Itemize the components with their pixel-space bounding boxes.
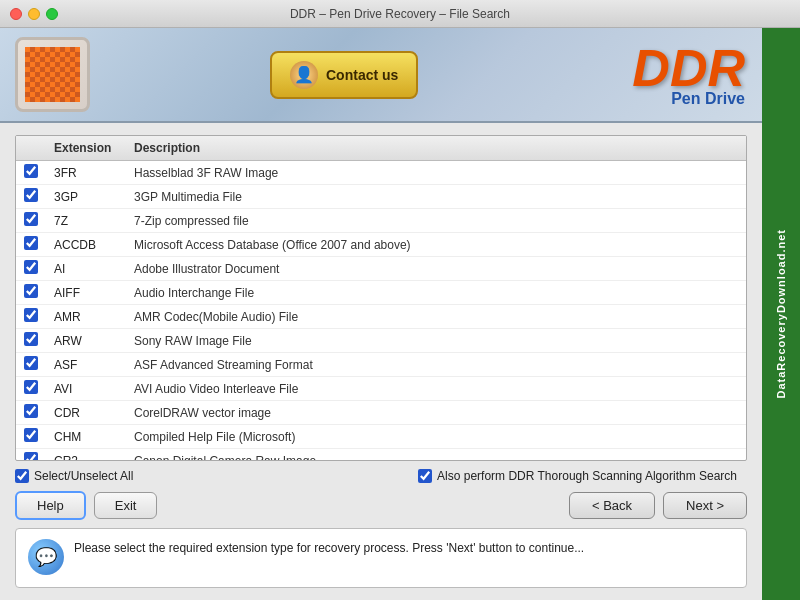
side-banner-text: DataRecoveryDownload.net (775, 229, 787, 398)
extension-cell: 3GP (46, 185, 126, 209)
table-row: ACCDBMicrosoft Access Database (Office 2… (16, 233, 746, 257)
description-cell: AVI Audio Video Interleave File (126, 377, 746, 401)
exit-button[interactable]: Exit (94, 492, 158, 519)
traffic-lights (10, 8, 58, 20)
row-checkbox[interactable] (24, 332, 38, 346)
select-all-checkbox[interactable] (15, 469, 29, 483)
description-cell: 3GP Multimedia File (126, 185, 746, 209)
checkbox-cell (16, 185, 46, 209)
col-description-header: Description (126, 136, 746, 161)
back-button[interactable]: < Back (569, 492, 655, 519)
button-row: Help Exit < Back Next > (15, 491, 747, 520)
description-cell: CorelDRAW vector image (126, 401, 746, 425)
extension-cell: AMR (46, 305, 126, 329)
description-cell: Compiled Help File (Microsoft) (126, 425, 746, 449)
bottom-controls: Select/Unselect All Also perform DDR Tho… (15, 469, 747, 483)
help-button[interactable]: Help (15, 491, 86, 520)
brand-ddr: DDR (632, 42, 745, 94)
description-cell: Adobe Illustrator Document (126, 257, 746, 281)
row-checkbox[interactable] (24, 404, 38, 418)
description-cell: Sony RAW Image File (126, 329, 746, 353)
description-cell: Canon Digital Camera Raw Image (126, 449, 746, 462)
table-row: ARWSony RAW Image File (16, 329, 746, 353)
title-bar: DDR – Pen Drive Recovery – File Search (0, 0, 800, 28)
maximize-button[interactable] (46, 8, 58, 20)
side-banner: DataRecoveryDownload.net (762, 28, 800, 600)
checkbox-cell (16, 449, 46, 462)
file-table: Extension Description 3FRHasselblad 3F R… (16, 136, 746, 461)
info-icon: 💬 (28, 539, 64, 575)
extension-cell: ASF (46, 353, 126, 377)
checkbox-cell (16, 257, 46, 281)
thorough-scan-text: Also perform DDR Thorough Scanning Algor… (437, 469, 737, 483)
extension-cell: CR2 (46, 449, 126, 462)
row-checkbox[interactable] (24, 164, 38, 178)
table-row: ASFASF Advanced Streaming Format (16, 353, 746, 377)
row-checkbox[interactable] (24, 308, 38, 322)
table-row: 3GP3GP Multimedia File (16, 185, 746, 209)
checkbox-cell (16, 425, 46, 449)
table-row: CR2Canon Digital Camera Raw Image (16, 449, 746, 462)
contact-button-label: Contact us (326, 67, 398, 83)
header: 👤 Contact us DDR Pen Drive (0, 28, 800, 123)
extension-cell: CDR (46, 401, 126, 425)
row-checkbox[interactable] (24, 428, 38, 442)
checkbox-cell (16, 353, 46, 377)
minimize-button[interactable] (28, 8, 40, 20)
extension-cell: ACCDB (46, 233, 126, 257)
info-text: Please select the required extension typ… (74, 539, 584, 557)
row-checkbox[interactable] (24, 188, 38, 202)
contact-button[interactable]: 👤 Contact us (270, 51, 418, 99)
checkbox-cell (16, 377, 46, 401)
col-extension-header: Extension (46, 136, 126, 161)
extension-cell: CHM (46, 425, 126, 449)
extension-cell: 7Z (46, 209, 126, 233)
checkbox-cell (16, 329, 46, 353)
checkbox-cell (16, 209, 46, 233)
table-row: 7Z7-Zip compressed file (16, 209, 746, 233)
table-row: CHMCompiled Help File (Microsoft) (16, 425, 746, 449)
description-cell: 7-Zip compressed file (126, 209, 746, 233)
extension-cell: AIFF (46, 281, 126, 305)
row-checkbox[interactable] (24, 284, 38, 298)
table-row: AVIAVI Audio Video Interleave File (16, 377, 746, 401)
extension-cell: AI (46, 257, 126, 281)
description-cell: Hasselblad 3F RAW Image (126, 161, 746, 185)
description-cell: Audio Interchange File (126, 281, 746, 305)
extension-cell: AVI (46, 377, 126, 401)
row-checkbox[interactable] (24, 356, 38, 370)
contact-icon: 👤 (290, 61, 318, 89)
extension-cell: 3FR (46, 161, 126, 185)
description-cell: AMR Codec(Mobile Audio) File (126, 305, 746, 329)
app-logo (15, 37, 90, 112)
file-table-container: Extension Description 3FRHasselblad 3F R… (15, 135, 747, 461)
info-box: 💬 Please select the required extension t… (15, 528, 747, 588)
next-button[interactable]: Next > (663, 492, 747, 519)
table-row: CDRCorelDRAW vector image (16, 401, 746, 425)
description-cell: ASF Advanced Streaming Format (126, 353, 746, 377)
checkbox-cell (16, 401, 46, 425)
table-header-row: Extension Description (16, 136, 746, 161)
table-row: 3FRHasselblad 3F RAW Image (16, 161, 746, 185)
thorough-scan-checkbox[interactable] (418, 469, 432, 483)
brand-area: DDR Pen Drive (632, 42, 745, 108)
main-content: Extension Description 3FRHasselblad 3F R… (0, 123, 762, 600)
row-checkbox[interactable] (24, 380, 38, 394)
row-checkbox[interactable] (24, 212, 38, 226)
thorough-scan-label[interactable]: Also perform DDR Thorough Scanning Algor… (418, 469, 737, 483)
select-all-text: Select/Unselect All (34, 469, 133, 483)
checkbox-cell (16, 281, 46, 305)
table-row: AIFFAudio Interchange File (16, 281, 746, 305)
row-checkbox[interactable] (24, 452, 38, 461)
select-all-label[interactable]: Select/Unselect All (15, 469, 133, 483)
row-checkbox[interactable] (24, 236, 38, 250)
row-checkbox[interactable] (24, 260, 38, 274)
checkbox-cell (16, 161, 46, 185)
extension-cell: ARW (46, 329, 126, 353)
table-row: AMRAMR Codec(Mobile Audio) File (16, 305, 746, 329)
description-cell: Microsoft Access Database (Office 2007 a… (126, 233, 746, 257)
table-row: AIAdobe Illustrator Document (16, 257, 746, 281)
close-button[interactable] (10, 8, 22, 20)
logo-icon (25, 47, 80, 102)
col-checkbox-header (16, 136, 46, 161)
